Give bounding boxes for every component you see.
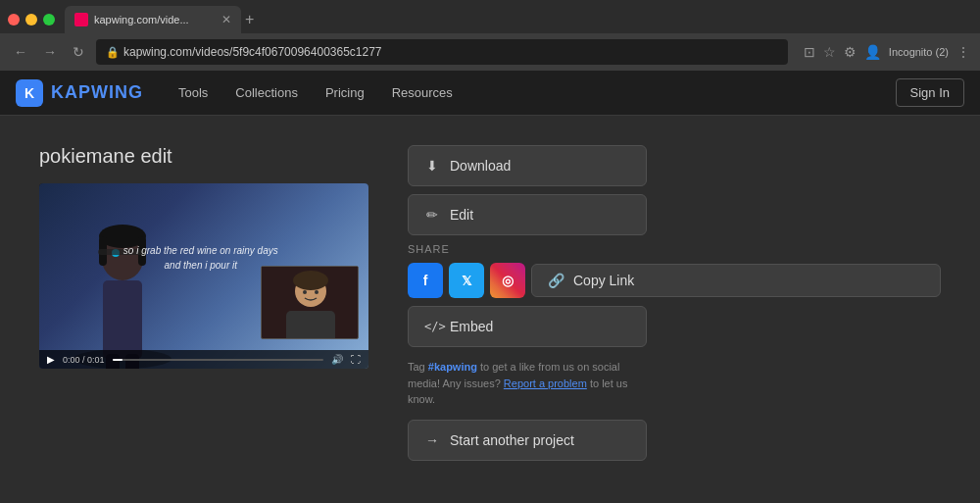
time-display: 0:00 / 0:01 bbox=[63, 355, 105, 365]
cast-icon[interactable]: ⊡ bbox=[804, 44, 815, 60]
tab-bar: kapwing.com/vide... ✕ + bbox=[0, 0, 980, 33]
tab-favicon bbox=[74, 13, 88, 26]
progress-bar[interactable] bbox=[113, 359, 323, 361]
download-icon: ⬇ bbox=[424, 158, 440, 174]
nav-resources[interactable]: Resources bbox=[380, 79, 465, 106]
volume-icon[interactable]: 🔊 bbox=[331, 354, 343, 365]
embed-button[interactable]: </> Embed bbox=[408, 306, 647, 347]
tab-title: kapwing.com/vide... bbox=[94, 14, 216, 25]
twitter-icon: 𝕏 bbox=[462, 274, 471, 288]
address-bar: ← → ↻ 🔒 kapwing.com/videos/5f9c4f0670096… bbox=[0, 33, 980, 71]
sign-in-button[interactable]: Sign In bbox=[896, 78, 964, 107]
facebook-button[interactable]: f bbox=[408, 263, 443, 298]
edit-icon: ✏ bbox=[424, 207, 440, 223]
avatar-icon[interactable]: 👤 bbox=[864, 44, 881, 60]
facebook-icon: f bbox=[423, 273, 428, 288]
logo[interactable]: K KAPWING bbox=[16, 79, 143, 107]
maximize-button[interactable] bbox=[43, 14, 55, 25]
report-link[interactable]: Report a problem bbox=[504, 377, 587, 389]
start-project-label: Start another project bbox=[450, 432, 574, 448]
menu-icon[interactable]: ⋮ bbox=[956, 44, 970, 60]
video-controls[interactable]: ▶ 0:00 / 0:01 🔊 ⛶ bbox=[39, 350, 368, 369]
embed-icon: </> bbox=[424, 320, 440, 333]
download-label: Download bbox=[450, 158, 511, 174]
address-input[interactable]: 🔒 kapwing.com/videos/5f9c4f0670096400365… bbox=[96, 39, 788, 65]
start-project-button[interactable]: → Start another project bbox=[408, 420, 647, 461]
copy-link-button[interactable]: 🔗 Copy Link bbox=[531, 264, 941, 297]
lock-icon: 🔒 bbox=[106, 46, 120, 59]
nav-links: Tools Collections Pricing Resources bbox=[167, 79, 896, 106]
logo-icon: K bbox=[16, 79, 43, 107]
embed-label: Embed bbox=[450, 319, 493, 334]
main-content: pokiemane edit bbox=[0, 116, 980, 490]
browser-tab[interactable]: kapwing.com/vide... ✕ bbox=[65, 6, 241, 33]
tab-close-icon[interactable]: ✕ bbox=[221, 13, 231, 26]
nav-tools[interactable]: Tools bbox=[167, 79, 220, 106]
browser-chrome: kapwing.com/vide... ✕ + ← → ↻ 🔒 kapwing.… bbox=[0, 0, 980, 71]
edit-button[interactable]: ✏ Edit bbox=[408, 194, 647, 235]
logo-text: KAPWING bbox=[51, 82, 143, 103]
progress-fill bbox=[113, 359, 123, 361]
action-panel: ⬇ Download ✏ Edit SHARE f 𝕏 ◎ 🔗 Copy Lin… bbox=[408, 145, 941, 461]
link-icon: 🔗 bbox=[548, 273, 564, 288]
nav-pricing[interactable]: Pricing bbox=[314, 79, 376, 106]
address-text: kapwing.com/videos/5f9c4f0670096400365c1… bbox=[123, 45, 382, 59]
video-background: so i grab the red wine on rainy days and… bbox=[39, 183, 368, 369]
download-button[interactable]: ⬇ Download bbox=[408, 145, 647, 186]
toolbar-icons: ⊡ ☆ ⚙ 👤 Incognito (2) ⋮ bbox=[804, 44, 970, 60]
tag-prefix: Tag bbox=[408, 361, 428, 373]
tag-text: Tag #kapwing to get a like from us on so… bbox=[408, 359, 647, 408]
webcam-person bbox=[262, 267, 358, 338]
instagram-icon: ◎ bbox=[502, 273, 514, 288]
close-button[interactable] bbox=[8, 14, 20, 25]
traffic-lights bbox=[8, 14, 55, 25]
new-tab-button[interactable]: + bbox=[245, 11, 254, 28]
project-title: pokiemane edit bbox=[39, 145, 368, 168]
bookmark-icon[interactable]: ☆ bbox=[823, 44, 836, 60]
edit-label: Edit bbox=[450, 207, 473, 223]
app-nav: K KAPWING Tools Collections Pricing Reso… bbox=[0, 71, 980, 116]
back-button[interactable]: ← bbox=[10, 42, 31, 62]
video-container: pokiemane edit bbox=[39, 145, 368, 461]
svg-rect-1 bbox=[103, 280, 142, 359]
arrow-icon: → bbox=[424, 432, 440, 448]
svg-point-13 bbox=[293, 271, 328, 290]
share-row: f 𝕏 ◎ 🔗 Copy Link bbox=[408, 263, 941, 298]
nav-collections[interactable]: Collections bbox=[223, 79, 310, 106]
forward-button[interactable]: → bbox=[39, 42, 61, 62]
incognito-label: Incognito (2) bbox=[889, 46, 949, 58]
svg-point-14 bbox=[303, 290, 307, 294]
extensions-icon[interactable]: ⚙ bbox=[844, 44, 857, 60]
reload-button[interactable]: ↻ bbox=[69, 42, 88, 62]
person-svg bbox=[262, 267, 359, 339]
instagram-button[interactable]: ◎ bbox=[490, 263, 525, 298]
svg-point-15 bbox=[315, 290, 318, 294]
share-label: SHARE bbox=[408, 243, 941, 255]
fullscreen-icon[interactable]: ⛶ bbox=[351, 354, 361, 365]
twitter-button[interactable]: 𝕏 bbox=[449, 263, 484, 298]
play-button[interactable]: ▶ bbox=[47, 354, 55, 365]
video-overlay-text: so i grab the red wine on rainy days and… bbox=[122, 243, 279, 273]
webcam-overlay bbox=[261, 266, 359, 339]
svg-rect-12 bbox=[286, 311, 335, 339]
character-svg bbox=[49, 202, 196, 369]
video-player[interactable]: so i grab the red wine on rainy days and… bbox=[39, 183, 368, 369]
copy-link-label: Copy Link bbox=[573, 273, 634, 288]
tag-hashtag: #kapwing bbox=[428, 361, 477, 373]
minimize-button[interactable] bbox=[25, 14, 37, 25]
